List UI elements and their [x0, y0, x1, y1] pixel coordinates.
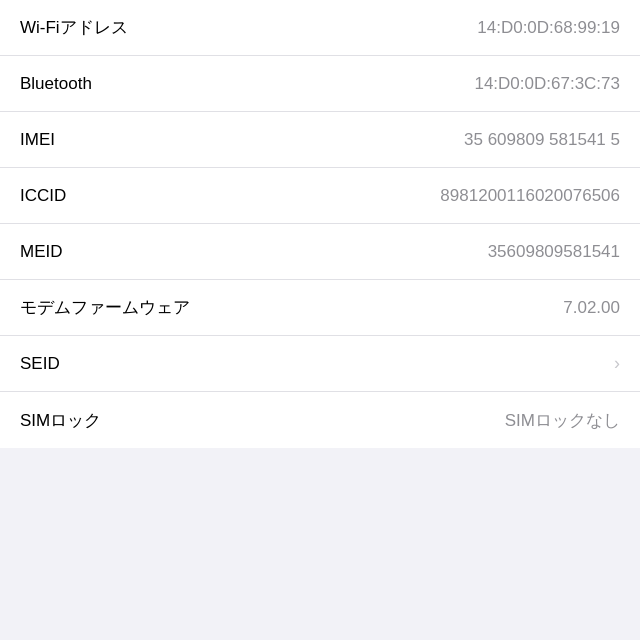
label-sim-lock: SIMロック: [20, 409, 101, 432]
label-iccid: ICCID: [20, 186, 66, 206]
settings-list: Wi-Fiアドレス14:D0:0D:68:99:19Bluetooth14:D0…: [0, 0, 640, 448]
chevron-right-icon: ›: [614, 353, 620, 374]
settings-row-meid: MEID35609809581541: [0, 224, 640, 280]
label-imei: IMEI: [20, 130, 55, 150]
settings-row-sim-lock: SIMロックSIMロックなし: [0, 392, 640, 448]
label-meid: MEID: [20, 242, 63, 262]
settings-row-modem-firmware: モデムファームウェア7.02.00: [0, 280, 640, 336]
label-modem-firmware: モデムファームウェア: [20, 296, 190, 319]
value-imei: 35 609809 581541 5: [464, 130, 620, 150]
value-sim-lock: SIMロックなし: [505, 409, 620, 432]
value-modem-firmware: 7.02.00: [563, 298, 620, 318]
value-bluetooth: 14:D0:0D:67:3C:73: [474, 74, 620, 94]
label-wifi-address: Wi-Fiアドレス: [20, 16, 128, 39]
label-bluetooth: Bluetooth: [20, 74, 92, 94]
settings-row-bluetooth: Bluetooth14:D0:0D:67:3C:73: [0, 56, 640, 112]
settings-row-wifi-address: Wi-Fiアドレス14:D0:0D:68:99:19: [0, 0, 640, 56]
settings-row-iccid: ICCID8981200116020076506: [0, 168, 640, 224]
settings-row-seid[interactable]: SEID›: [0, 336, 640, 392]
label-seid: SEID: [20, 354, 60, 374]
value-iccid: 8981200116020076506: [440, 186, 620, 206]
value-meid: 35609809581541: [488, 242, 620, 262]
settings-row-imei: IMEI35 609809 581541 5: [0, 112, 640, 168]
value-wifi-address: 14:D0:0D:68:99:19: [477, 18, 620, 38]
